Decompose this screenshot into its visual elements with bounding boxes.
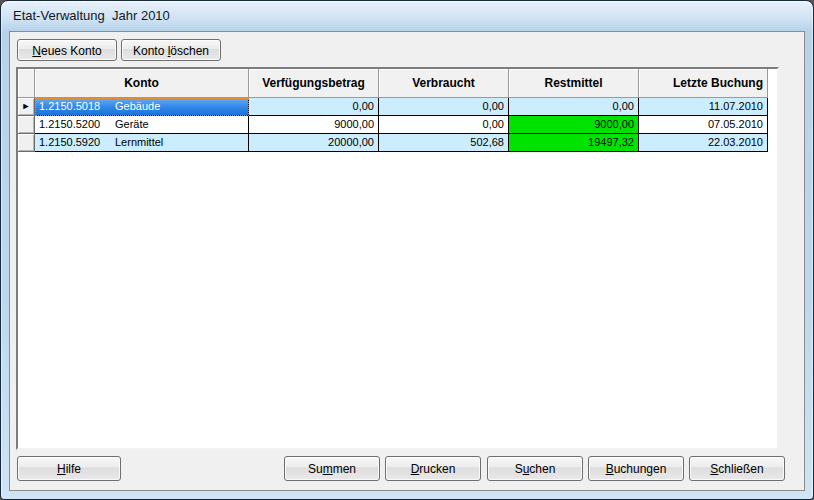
bookings-button[interactable]: Buchungen bbox=[588, 456, 684, 481]
column-header-verbraucht[interactable]: Verbraucht bbox=[379, 69, 509, 98]
cell-verfuegungsbetrag[interactable]: 9000,00 bbox=[249, 116, 379, 134]
cell-verbraucht[interactable]: 0,00 bbox=[379, 116, 509, 134]
cell-verfuegungsbetrag[interactable]: 20000,00 bbox=[249, 134, 379, 152]
row-selector[interactable] bbox=[18, 134, 35, 152]
accounts-grid: Konto Verfügungsbetrag Verbraucht Restmi… bbox=[16, 67, 779, 450]
cell-konto[interactable]: 1.2150.5200Geräte bbox=[35, 116, 249, 134]
cell-restmittel[interactable]: 9000,00 bbox=[509, 116, 639, 134]
cell-restmittel[interactable]: 19497,32 bbox=[509, 134, 639, 152]
client-area: Neues Konto Konto löschen Konto Verfügun… bbox=[9, 31, 805, 491]
cell-letzte-buchung[interactable]: 07.05.2010 bbox=[639, 116, 768, 134]
cell-letzte-buchung[interactable]: 11.07.2010 bbox=[639, 98, 768, 116]
table-row[interactable]: 1.2150.5920Lernmittel 20000,00 502,68 19… bbox=[18, 134, 777, 152]
cell-letzte-buchung[interactable]: 22.03.2010 bbox=[639, 134, 768, 152]
row-selector[interactable]: ► bbox=[18, 98, 35, 116]
cell-konto[interactable]: 1.2150.5920Lernmittel bbox=[35, 134, 249, 152]
app-window: Etat-Verwaltung Jahr 2010 Neues Konto Ko… bbox=[0, 0, 814, 500]
table-row[interactable]: ► 1.2150.5018Gebäude 0,00 0,00 0,00 11.0… bbox=[18, 98, 777, 116]
sums-button[interactable]: Summen bbox=[284, 456, 380, 481]
new-account-button[interactable]: Neues Konto bbox=[17, 39, 117, 61]
help-button[interactable]: Hilfe bbox=[17, 456, 121, 481]
title-bar[interactable]: Etat-Verwaltung Jahr 2010 bbox=[1, 1, 813, 31]
delete-account-button[interactable]: Konto löschen bbox=[121, 39, 221, 61]
column-header-restmittel[interactable]: Restmittel bbox=[509, 69, 639, 98]
cell-verbraucht[interactable]: 502,68 bbox=[379, 134, 509, 152]
grid-header: Konto Verfügungsbetrag Verbraucht Restmi… bbox=[18, 69, 777, 98]
cell-verfuegungsbetrag[interactable]: 0,00 bbox=[249, 98, 379, 116]
cell-restmittel[interactable]: 0,00 bbox=[509, 98, 639, 116]
selector-column-header bbox=[18, 69, 35, 98]
cell-konto[interactable]: 1.2150.5018Gebäude bbox=[35, 98, 249, 116]
column-header-verfuegungsbetrag[interactable]: Verfügungsbetrag bbox=[249, 69, 379, 98]
column-header-konto[interactable]: Konto bbox=[35, 69, 249, 98]
row-selector[interactable] bbox=[18, 116, 35, 134]
window-title: Etat-Verwaltung Jahr 2010 bbox=[13, 1, 170, 31]
cell-verbraucht[interactable]: 0,00 bbox=[379, 98, 509, 116]
print-button[interactable]: Drucken bbox=[385, 456, 481, 481]
close-button[interactable]: Schließen bbox=[689, 456, 785, 481]
table-row[interactable]: 1.2150.5200Geräte 9000,00 0,00 9000,00 0… bbox=[18, 116, 777, 134]
column-header-letzte-buchung[interactable]: Letzte Buchung bbox=[639, 69, 768, 98]
search-button[interactable]: Suchen bbox=[487, 456, 583, 481]
current-row-arrow-icon: ► bbox=[22, 102, 31, 111]
